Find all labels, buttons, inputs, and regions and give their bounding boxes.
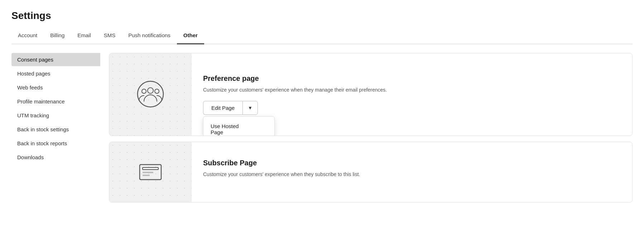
tab-other[interactable]: Other xyxy=(177,29,204,44)
svg-point-2 xyxy=(142,89,146,93)
settings-nav: Account Billing Email SMS Push notificat… xyxy=(11,29,633,44)
dropdown-menu: Use HostedPage xyxy=(203,116,275,136)
svg-point-0 xyxy=(138,81,163,107)
sidebar-item-back-in-stock-reports[interactable]: Back in stock reports xyxy=(11,137,100,150)
sidebar-item-profile-maintenance[interactable]: Profile maintenance xyxy=(11,95,100,108)
preference-page-button-group: Edit Page ▼ Use HostedPage xyxy=(203,101,621,115)
tab-sms[interactable]: SMS xyxy=(97,29,122,44)
tab-email[interactable]: Email xyxy=(71,29,97,44)
sidebar-item-back-in-stock-settings[interactable]: Back in stock settings xyxy=(11,123,100,136)
tab-billing[interactable]: Billing xyxy=(44,29,71,44)
sidebar-item-hosted-pages[interactable]: Hosted pages xyxy=(11,67,100,80)
dropdown-toggle-button[interactable]: ▼ xyxy=(242,101,258,115)
sidebar-item-consent-pages[interactable]: Consent pages xyxy=(11,53,100,66)
sidebar-item-web-feeds[interactable]: Web feeds xyxy=(11,81,100,94)
tab-account[interactable]: Account xyxy=(11,29,44,44)
edit-page-button[interactable]: Edit Page xyxy=(203,101,242,115)
svg-point-1 xyxy=(148,88,153,93)
preference-page-title: Preference page xyxy=(203,74,621,83)
sidebar-item-utm-tracking[interactable]: UTM tracking xyxy=(11,109,100,122)
preference-page-desc: Customize your customers' experience whe… xyxy=(203,86,404,94)
svg-rect-5 xyxy=(143,167,158,170)
sidebar: Consent pages Hosted pages Web feeds Pro… xyxy=(0,44,100,217)
people-icon xyxy=(136,80,165,109)
subscribe-page-title: Subscribe Page xyxy=(203,159,621,167)
preference-page-thumbnail xyxy=(109,53,192,136)
tab-push-notifications[interactable]: Push notifications xyxy=(122,29,177,44)
subscribe-page-desc: Customize your customers' experience whe… xyxy=(203,171,404,178)
sidebar-item-downloads[interactable]: Downloads xyxy=(11,151,100,164)
subscribe-page-body: Subscribe Page Customize your customers'… xyxy=(192,149,632,195)
use-hosted-page-item[interactable]: Use HostedPage xyxy=(203,119,274,136)
subscribe-page-card: Subscribe Page Customize your customers'… xyxy=(109,142,633,203)
preference-page-body: Preference page Customize your customers… xyxy=(192,64,632,125)
svg-rect-6 xyxy=(143,172,153,173)
svg-rect-7 xyxy=(143,175,150,176)
svg-point-3 xyxy=(155,89,159,93)
content-area: Preference page Customize your customers… xyxy=(100,44,644,217)
preference-page-card: Preference page Customize your customers… xyxy=(109,53,633,136)
dropdown-arrow-icon: ▼ xyxy=(248,105,253,111)
page-title: Settings xyxy=(11,10,633,21)
subscribe-page-thumbnail xyxy=(109,142,192,203)
subscribe-icon xyxy=(136,157,165,187)
